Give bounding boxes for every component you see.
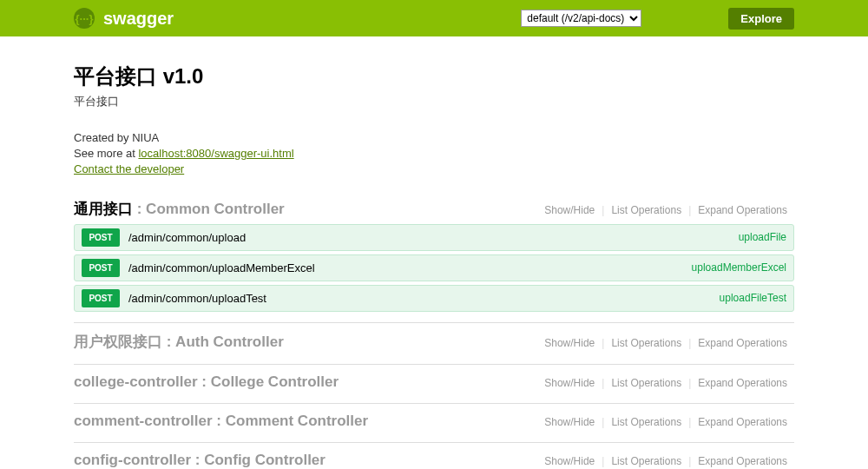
api-spec-select[interactable]: default (/v2/api-docs) — [521, 10, 641, 27]
resource-label: Comment Controller — [226, 413, 368, 429]
operation-row[interactable]: POST/admin/common/uploaduploadFile — [74, 224, 794, 251]
resource-title[interactable]: 用户权限接口 : Auth Controller — [74, 332, 284, 352]
show-hide-link[interactable]: Show/Hide — [537, 204, 602, 216]
resource-header: college-controller : College ControllerS… — [74, 373, 794, 391]
expand-operations-link[interactable]: Expand Operations — [691, 416, 794, 428]
resource-name: college-controller — [74, 373, 198, 390]
resource-block: config-controller : Config ControllerSho… — [74, 452, 794, 469]
resource-actions: Show/Hide|List Operations|Expand Operati… — [537, 337, 794, 349]
resource-title[interactable]: college-controller : College Controller — [74, 373, 339, 391]
expand-operations-link[interactable]: Expand Operations — [691, 377, 794, 389]
swagger-logo-text: swagger — [103, 9, 174, 29]
resource-actions: Show/Hide|List Operations|Expand Operati… — [537, 455, 794, 467]
operation-summary: uploadFile — [739, 231, 786, 243]
list-operations-link[interactable]: List Operations — [604, 455, 688, 467]
resource-header: 通用接口 : Common ControllerShow/Hide|List O… — [74, 199, 794, 219]
resource-name: 用户权限接口 — [74, 334, 162, 350]
see-more-link[interactable]: localhost:8080/swagger-ui.html — [138, 147, 293, 160]
show-hide-link[interactable]: Show/Hide — [537, 455, 602, 467]
resource-label: Config Controller — [204, 452, 326, 468]
resource-actions: Show/Hide|List Operations|Expand Operati… — [537, 416, 794, 428]
method-badge: POST — [82, 228, 120, 247]
list-operations-link[interactable]: List Operations — [604, 416, 688, 428]
resource-header: comment-controller : Comment ControllerS… — [74, 413, 794, 430]
resource-block: 通用接口 : Common ControllerShow/Hide|List O… — [74, 199, 794, 323]
contact-developer-link[interactable]: Contact the developer — [74, 162, 184, 175]
created-by-value: NIUA — [132, 131, 159, 144]
operation-row[interactable]: POST/admin/common/uploadTestuploadFileTe… — [74, 285, 794, 312]
resource-actions: Show/Hide|List Operations|Expand Operati… — [537, 377, 794, 389]
operation-path: /admin/common/upload — [128, 231, 739, 244]
resource-block: comment-controller : Comment ControllerS… — [74, 413, 794, 443]
operation-path: /admin/common/uploadTest — [128, 292, 720, 305]
resource-title[interactable]: comment-controller : Comment Controller — [74, 413, 368, 430]
operation-summary: uploadMemberExcel — [692, 261, 786, 274]
api-title: 平台接口 v1.0 — [74, 63, 794, 90]
list-operations-link[interactable]: List Operations — [604, 337, 688, 349]
expand-operations-link[interactable]: Expand Operations — [691, 204, 794, 216]
resource-block: college-controller : College ControllerS… — [74, 373, 794, 404]
list-operations-link[interactable]: List Operations — [604, 204, 688, 216]
resource-label: Auth Controller — [175, 334, 284, 350]
operation-path: /admin/common/uploadMemberExcel — [128, 261, 692, 274]
show-hide-link[interactable]: Show/Hide — [537, 377, 602, 389]
resource-name: config-controller — [74, 452, 191, 468]
resource-actions: Show/Hide|List Operations|Expand Operati… — [537, 204, 794, 216]
resource-title[interactable]: config-controller : Config Controller — [74, 452, 326, 469]
resource-title[interactable]: 通用接口 : Common Controller — [74, 199, 285, 219]
operation-row[interactable]: POST/admin/common/uploadMemberExceluploa… — [74, 254, 794, 281]
operation-summary: uploadFileTest — [720, 292, 786, 304]
api-subtitle: 平台接口 — [74, 94, 794, 109]
show-hide-link[interactable]: Show/Hide — [537, 337, 602, 349]
resource-header: config-controller : Config ControllerSho… — [74, 452, 794, 469]
method-badge: POST — [82, 259, 120, 277]
resource-label: College Controller — [211, 373, 339, 390]
expand-operations-link[interactable]: Expand Operations — [691, 337, 794, 349]
resource-label: Common Controller — [146, 201, 285, 217]
resource-header: 用户权限接口 : Auth ControllerShow/Hide|List O… — [74, 332, 794, 352]
api-meta: Created by NIUA See more at localhost:80… — [74, 130, 794, 178]
show-hide-link[interactable]: Show/Hide — [537, 416, 602, 428]
swagger-logo-icon: {···} — [74, 8, 95, 29]
method-badge: POST — [82, 289, 120, 307]
top-header: {···} swagger default (/v2/api-docs) Exp… — [0, 0, 868, 36]
see-more-label: See more at — [74, 147, 138, 160]
list-operations-link[interactable]: List Operations — [604, 377, 688, 389]
resource-name: comment-controller — [74, 413, 213, 429]
explore-button[interactable]: Explore — [728, 8, 794, 30]
resource-name: 通用接口 — [74, 201, 133, 217]
expand-operations-link[interactable]: Expand Operations — [691, 455, 794, 467]
resource-block: 用户权限接口 : Auth ControllerShow/Hide|List O… — [74, 332, 794, 365]
created-by-label: Created by — [74, 131, 132, 144]
